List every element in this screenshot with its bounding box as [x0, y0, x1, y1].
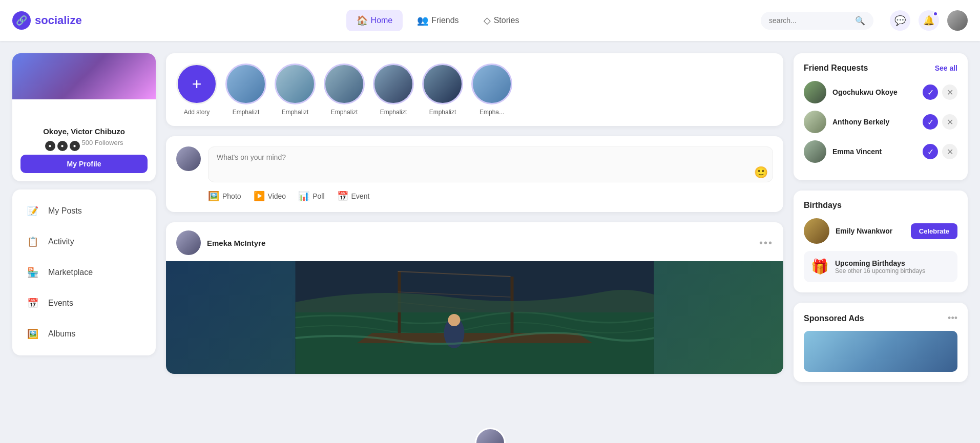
story-item-3[interactable]: Emphalizt: [373, 64, 414, 116]
activity-label: Activity: [48, 237, 74, 246]
nav-home-label: Home: [371, 16, 393, 25]
sponsored-more-button[interactable]: •••: [948, 313, 957, 324]
main-nav: 🏠 Home 👥 Friends ◇ Stories: [123, 10, 753, 31]
notification-badge: [933, 11, 938, 16]
friend-requests-header: Friend Requests See all: [804, 64, 957, 73]
story-label-5: Empha...: [479, 109, 504, 116]
nav-item-home[interactable]: 🏠 Home: [346, 10, 403, 31]
story-circle-2: [324, 64, 365, 104]
sidebar-item-marketplace[interactable]: 🏪 Marketplace: [16, 257, 152, 288]
post-more-button[interactable]: •••: [759, 237, 773, 249]
birthdays-card: Birthdays Emily Nwankwor Celebrate 🎁 Upc…: [794, 191, 968, 292]
sidebar-item-activity[interactable]: 📋 Activity: [16, 226, 152, 257]
events-label: Events: [48, 299, 73, 308]
celebrate-button[interactable]: Celebrate: [911, 223, 957, 239]
sidebar-item-albums[interactable]: 🖼️ Albums: [16, 319, 152, 349]
fr-accept-0[interactable]: ✓: [923, 85, 938, 100]
video-action[interactable]: ▶️ Video: [254, 191, 286, 202]
marketplace-label: Marketplace: [48, 268, 93, 277]
poll-icon: 📊: [298, 191, 309, 202]
fr-avatar-1: [804, 111, 826, 133]
sidebar-nav-list: 📝 My Posts 📋 Activity 🏪 Marketplace 📅 Ev…: [12, 189, 156, 355]
photo-action[interactable]: 🖼️ Photo: [208, 191, 241, 202]
nav-item-stories[interactable]: ◇ Stories: [473, 10, 530, 31]
my-profile-button[interactable]: My Profile: [20, 155, 148, 173]
fr-avatar-0: [804, 81, 826, 103]
fr-decline-1[interactable]: ✕: [942, 114, 957, 130]
friend-request-1: Anthony Berkely ✓ ✕: [804, 111, 957, 133]
sidebar-item-events[interactable]: 📅 Events: [16, 288, 152, 319]
fr-name-1: Anthony Berkely: [832, 118, 916, 126]
sponsored-ads-header: Sponsored Ads •••: [804, 313, 957, 324]
post-author-avatar: [176, 230, 201, 255]
header: 🔗 socialize 🏠 Home 👥 Friends ◇ Stories 🔍…: [0, 0, 980, 41]
home-icon: 🏠: [357, 15, 368, 26]
search-bar[interactable]: 🔍: [761, 12, 873, 30]
story-label-3: Emphalizt: [380, 109, 407, 116]
story-label-0: Emphalizt: [233, 109, 260, 116]
friends-icon: 👥: [417, 15, 428, 26]
post-author: Emeka McIntyre: [176, 230, 265, 255]
sidebar-item-my-posts[interactable]: 📝 My Posts: [16, 196, 152, 226]
add-story-item[interactable]: + Add story: [176, 64, 217, 116]
story-item-2[interactable]: Emphalizt: [324, 64, 365, 116]
birthday-featured-item: Emily Nwankwor Celebrate: [804, 218, 957, 244]
fr-accept-1[interactable]: ✓: [923, 114, 938, 130]
fr-name-0: Ogochukwu Okoye: [832, 88, 916, 96]
story-circle-5: [471, 64, 512, 104]
notifications-button[interactable]: 🔔: [919, 10, 939, 31]
story-item-4[interactable]: Emphalizt: [422, 64, 463, 116]
post-header: Emeka McIntyre •••: [166, 222, 783, 261]
story-item-1[interactable]: Emphalizt: [275, 64, 316, 116]
poll-action[interactable]: 📊 Poll: [298, 191, 324, 202]
event-action[interactable]: 📅 Event: [337, 191, 370, 202]
logo[interactable]: 🔗 socialize: [12, 11, 115, 30]
upcoming-birthdays-title: Upcoming Birthdays: [835, 259, 925, 267]
activity-icon: 📋: [25, 234, 41, 250]
composer-top: 🙂: [176, 146, 773, 184]
svg-point-8: [448, 314, 461, 326]
fr-decline-2[interactable]: ✕: [942, 144, 957, 159]
emoji-button[interactable]: 🙂: [754, 166, 768, 179]
post-image: [166, 261, 783, 374]
birthdays-header: Birthdays: [804, 201, 957, 210]
search-icon: 🔍: [855, 16, 865, 26]
events-icon: 📅: [25, 295, 41, 311]
story-item-0[interactable]: Emphalizt: [225, 64, 266, 116]
profile-banner: [12, 53, 156, 99]
video-icon: ▶️: [254, 191, 265, 202]
post-image-svg: [166, 261, 783, 374]
add-story-label: Add story: [184, 109, 210, 116]
composer-textarea[interactable]: [208, 146, 773, 182]
story-item-5[interactable]: Empha...: [471, 64, 512, 116]
post-card-0: Emeka McIntyre •••: [166, 222, 783, 374]
logo-icon: 🔗: [12, 11, 31, 30]
fr-actions-1: ✓ ✕: [923, 114, 957, 130]
main-layout: Okoye, Victor Chibuzo ● ● ● 500 Follower…: [0, 41, 980, 392]
user-avatar[interactable]: [947, 10, 968, 31]
upcoming-bday-info: Upcoming Birthdays See other 16 upcoming…: [835, 259, 925, 275]
search-input[interactable]: [769, 16, 851, 25]
friend-request-0: Ogochukwu Okoye ✓ ✕: [804, 81, 957, 103]
followers-count: 500 Followers: [82, 139, 123, 146]
sponsored-ads-title: Sponsored Ads: [804, 314, 864, 323]
friend-requests-title: Friend Requests: [804, 64, 868, 73]
photo-label: Photo: [222, 192, 241, 200]
friend-requests-card: Friend Requests See all Ogochukwu Okoye …: [794, 53, 968, 180]
friend-requests-see-all[interactable]: See all: [935, 64, 957, 72]
albums-icon: 🖼️: [25, 326, 41, 342]
sponsored-ad-image[interactable]: [804, 331, 957, 372]
fr-accept-2[interactable]: ✓: [923, 144, 938, 159]
my-posts-label: My Posts: [48, 206, 82, 216]
story-circle-0: [225, 64, 266, 104]
upcoming-birthdays-box[interactable]: 🎁 Upcoming Birthdays See other 16 upcomi…: [804, 251, 957, 282]
add-story-icon: +: [192, 75, 202, 94]
fr-name-2: Emma Vincent: [832, 147, 916, 156]
fr-decline-0[interactable]: ✕: [942, 85, 957, 100]
fr-actions-0: ✓ ✕: [923, 85, 957, 100]
messages-button[interactable]: 💬: [890, 10, 910, 31]
nav-item-friends[interactable]: 👥 Friends: [407, 10, 469, 31]
post-composer: 🙂 🖼️ Photo ▶️ Video 📊 Poll 📅 E: [166, 136, 783, 212]
story-circle-3: [373, 64, 414, 104]
video-label: Video: [268, 192, 286, 200]
